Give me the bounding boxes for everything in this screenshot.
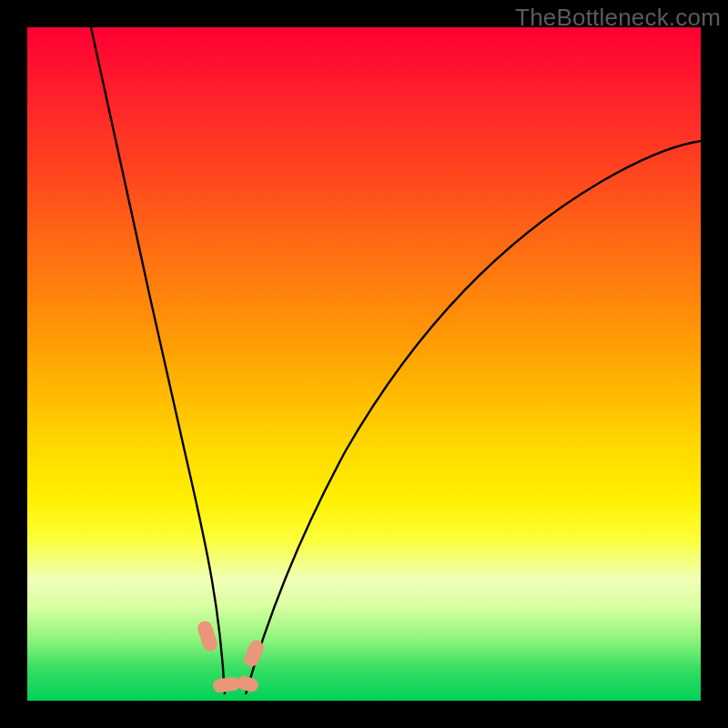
curve-layer [27,27,701,701]
watermark-text: TheBottleneck.com [515,4,721,32]
plot-area [27,27,701,701]
chart-outer-frame: TheBottleneck.com [0,0,728,728]
right-curve [246,141,701,694]
left-curve [91,27,225,694]
